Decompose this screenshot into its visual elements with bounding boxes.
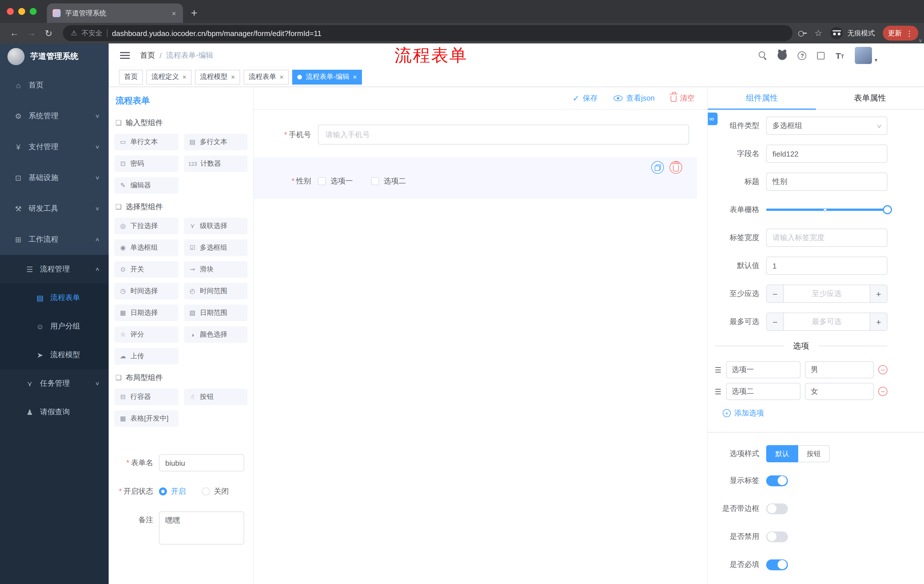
- component-date-range[interactable]: ▧ 日期范围: [184, 304, 248, 321]
- url-bar[interactable]: ⚠ 不安全 dashboard.yudao.iocoder.cn/bpm/man…: [63, 25, 792, 41]
- component-cascader[interactable]: ⋎ 级联选择: [184, 218, 248, 234]
- tag-process-definition[interactable]: 流程定义 ×: [146, 69, 191, 84]
- component-date-picker[interactable]: ▦ 日期选择: [114, 304, 178, 321]
- tag-process-model[interactable]: 流程模型 ×: [195, 69, 240, 84]
- bookmark-star-icon[interactable]: ☆: [815, 28, 822, 38]
- option-value-input[interactable]: 男: [805, 361, 874, 378]
- reload-button[interactable]: ↻: [40, 28, 57, 39]
- field-name-input[interactable]: field122: [766, 145, 888, 163]
- option-name-input[interactable]: 选项一: [726, 361, 800, 378]
- sidebar-item-process-management[interactable]: ☰ 流程管理 ∧: [0, 255, 109, 283]
- label-width-input[interactable]: 请输入标签宽度: [766, 229, 888, 247]
- tag-home[interactable]: 首页: [119, 69, 143, 84]
- decrease-button[interactable]: −: [767, 285, 784, 302]
- sidebar-toggle-button[interactable]: [119, 50, 131, 61]
- increase-button[interactable]: +: [870, 285, 887, 302]
- option-style-button-button[interactable]: 按钮: [798, 445, 830, 462]
- toolbar-overflow-chevron-icon[interactable]: ∨: [919, 38, 922, 43]
- component-single-line-text[interactable]: ▭ 单行文本: [114, 134, 178, 150]
- update-button[interactable]: 更新 ⋮: [883, 26, 918, 41]
- default-value-input[interactable]: 1: [766, 257, 888, 275]
- view-json-button[interactable]: 查看json: [614, 93, 655, 103]
- remove-option-button[interactable]: −: [878, 387, 888, 396]
- tag-process-form-edit[interactable]: 流程表单-编辑 ×: [292, 69, 362, 84]
- component-switch[interactable]: ⊙ 开关: [114, 261, 178, 278]
- component-radio-group[interactable]: ◉ 单选框组: [114, 239, 178, 256]
- option-style-default-button[interactable]: 默认: [766, 445, 798, 462]
- component-slider[interactable]: ⊸ 滑块: [184, 261, 248, 278]
- slider-handle[interactable]: [883, 205, 892, 214]
- form-grid-slider[interactable]: [766, 201, 888, 219]
- sidebar-item-task-management[interactable]: ⋎ 任务管理 ∨: [0, 369, 109, 398]
- copy-component-button[interactable]: [651, 161, 664, 174]
- sidebar-item-leave-query[interactable]: ♟ 请假查询: [0, 398, 109, 426]
- clear-button[interactable]: 清空: [671, 93, 695, 103]
- minimize-window-button[interactable]: [18, 8, 25, 15]
- disabled-switch[interactable]: [766, 531, 788, 542]
- remark-textarea[interactable]: 嘿嘿: [159, 512, 244, 545]
- option-value-input[interactable]: 女: [805, 383, 874, 400]
- increase-button[interactable]: +: [870, 313, 887, 330]
- drag-handle-icon[interactable]: ☰: [715, 387, 721, 396]
- sidebar-item-home[interactable]: ⌂ 首页: [0, 70, 109, 100]
- add-option-button[interactable]: + 添加选项: [723, 408, 888, 418]
- gender-field-item-selected[interactable]: 性别 选项一 选项二: [254, 157, 697, 199]
- back-button[interactable]: ←: [6, 28, 23, 38]
- tag-close-icon[interactable]: ×: [231, 73, 235, 81]
- zoom-window-button[interactable]: [30, 8, 36, 15]
- phone-input[interactable]: 请输入手机号: [318, 125, 689, 145]
- required-switch[interactable]: [766, 559, 788, 570]
- sidebar-item-system[interactable]: ⚙ 系统管理 ∨: [0, 100, 109, 132]
- browser-tab[interactable]: 芋道管理系统 ×: [47, 3, 183, 23]
- sidebar-item-process-model[interactable]: ➤ 流程模型: [0, 341, 109, 369]
- tab-close-icon[interactable]: ×: [171, 9, 177, 17]
- save-button[interactable]: ✓ 保存: [573, 93, 597, 103]
- min-select-placeholder[interactable]: 至少应选: [784, 285, 870, 302]
- component-select[interactable]: ◎ 下拉选择: [114, 218, 178, 234]
- browser-menu-icon[interactable]: ⋮: [906, 29, 913, 38]
- tab-form-props[interactable]: 表单属性: [816, 87, 924, 109]
- component-color-picker[interactable]: ◑ 颜色选择: [184, 326, 248, 343]
- tag-close-icon[interactable]: ×: [182, 73, 186, 81]
- sidebar-item-payment[interactable]: ¥ 支付管理 ∨: [0, 132, 109, 162]
- component-time-range[interactable]: ◴ 时间范围: [184, 283, 248, 299]
- component-checkbox-group[interactable]: ☑ 多选框组: [184, 239, 248, 256]
- password-key-icon[interactable]: [798, 30, 807, 36]
- link-icon[interactable]: ∞: [707, 113, 718, 125]
- component-textarea[interactable]: ▤ 多行文本: [184, 134, 248, 150]
- tag-close-icon[interactable]: ×: [353, 73, 357, 81]
- new-tab-button[interactable]: +: [191, 7, 197, 20]
- fullscreen-icon[interactable]: [817, 52, 825, 59]
- component-table[interactable]: ▦ 表格[开发中]: [114, 410, 178, 427]
- remove-option-button[interactable]: −: [878, 365, 888, 374]
- sidebar-logo[interactable]: 芋道管理系统: [0, 43, 109, 70]
- component-type-select[interactable]: 多选框组 ∨: [766, 117, 888, 135]
- component-rate[interactable]: ☆ 评分: [114, 326, 178, 343]
- tag-close-icon[interactable]: ×: [280, 73, 284, 81]
- font-size-icon[interactable]: [836, 51, 844, 60]
- close-window-button[interactable]: [7, 8, 14, 15]
- search-icon[interactable]: [759, 51, 767, 59]
- breadcrumb-home[interactable]: 首页: [140, 50, 155, 61]
- tag-process-form[interactable]: 流程表单 ×: [244, 69, 289, 84]
- component-upload[interactable]: ☁ 上传: [114, 348, 178, 365]
- title-input[interactable]: 性别: [766, 173, 888, 191]
- sidebar-item-workflow[interactable]: ⊞ 工作流程 ∧: [0, 224, 109, 255]
- border-switch[interactable]: [766, 503, 788, 514]
- tab-component-props[interactable]: 组件属性: [708, 87, 816, 109]
- component-password[interactable]: ⊡ 密码: [114, 155, 178, 172]
- github-icon[interactable]: [778, 51, 787, 60]
- sidebar-item-infrastructure[interactable]: ⊡ 基础设施 ∨: [0, 162, 109, 193]
- status-radio-off[interactable]: 关闭: [202, 486, 229, 497]
- drag-handle-icon[interactable]: ☰: [715, 365, 721, 374]
- gender-checkbox-option2[interactable]: 选项二: [371, 176, 406, 186]
- forward-button[interactable]: →: [23, 28, 40, 38]
- component-button[interactable]: ☝ 按钮: [184, 388, 248, 405]
- component-row-container[interactable]: ⊟ 行容器: [114, 388, 178, 405]
- help-icon[interactable]: [798, 51, 807, 60]
- sidebar-item-process-form[interactable]: ▤ 流程表单: [0, 283, 109, 312]
- component-counter[interactable]: 123 计数器: [184, 155, 248, 172]
- component-time-picker[interactable]: ◷ 时间选择: [114, 283, 178, 299]
- form-name-input[interactable]: biubiu: [159, 454, 244, 471]
- sidebar-item-devtools[interactable]: ⚒ 研发工具 ∨: [0, 193, 109, 224]
